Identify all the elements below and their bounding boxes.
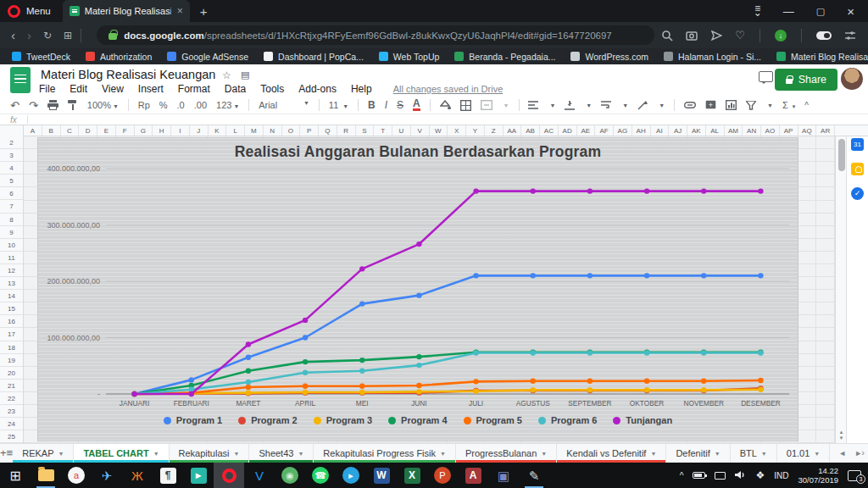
column-header-AM[interactable]: AM [725,125,743,136]
reload-icon[interactable]: ↻ [43,30,52,42]
bookmark-item[interactable]: Google AdSense [167,52,248,62]
move-folder-icon[interactable]: ▤ [241,69,249,80]
column-header-K[interactable]: K [209,125,227,136]
row-header-17[interactable]: 17 [0,328,23,341]
column-header-E[interactable]: E [97,125,116,136]
column-header-M[interactable]: M [245,125,264,136]
sheet-tab-tabel-chart[interactable]: TABEL CHART▼ [74,444,169,463]
column-header-S[interactable]: S [356,125,375,136]
column-header-AE[interactable]: AE [577,125,596,136]
row-header-8[interactable]: 8 [0,214,23,226]
text-color-button[interactable]: A [413,99,420,111]
calendar-icon[interactable]: 31 [851,138,864,151]
send-icon[interactable] [710,30,722,42]
row-header-21[interactable]: 21 [0,380,23,392]
row-header-3[interactable]: 3 [0,149,23,162]
chevron-down-icon[interactable]: ▼ [298,451,303,457]
menu-addons[interactable]: Add-ons [298,83,337,95]
column-header-F[interactable]: F [116,125,135,136]
audio-app-icon[interactable]: a [61,463,92,488]
paint-format-icon[interactable] [68,100,78,110]
bookmark-item[interactable]: Web TopUp [379,52,439,62]
volume-icon[interactable] [735,468,746,483]
url-field[interactable]: docs.google.com/spreadsheets/d/1HXcRtjxg… [97,25,654,45]
text-rotation-icon[interactable] [637,101,648,110]
language-indicator[interactable]: IND [774,471,788,480]
column-header-L[interactable]: L [226,125,245,136]
scrollbar-thumb[interactable] [838,139,845,171]
column-header-P[interactable]: P [300,125,319,136]
xampp-icon[interactable]: Ж [122,463,153,488]
star-icon[interactable]: ☆ [222,69,231,81]
snapshot-icon[interactable] [686,30,698,42]
column-header-C[interactable]: C [61,125,80,136]
excel-icon[interactable]: X [397,463,427,488]
bookmark-item[interactable]: Beranda - Pegadaia... [454,52,555,62]
chart-container[interactable]: Realisasi Anggaran Bulanan Berdasarkan P… [38,138,798,441]
column-header-AH[interactable]: AH [632,125,651,136]
formula-bar[interactable]: fx [0,114,868,125]
column-header-AF[interactable]: AF [595,125,614,136]
bold-button[interactable]: B [368,99,376,111]
row-header-6[interactable]: 6 [0,187,23,200]
idm-extension-icon[interactable]: ↓ [775,30,787,42]
menu-data[interactable]: Data [225,83,246,95]
sheet-tab-kendali-vs-defenitif[interactable]: Kendali vs Defenitif▼ [557,444,666,463]
merge-cells-icon[interactable] [481,100,492,110]
menu-view[interactable]: View [102,83,124,95]
column-header-W[interactable]: W [430,125,448,136]
document-title[interactable]: Materi Blog Realisasi Keuangan [41,68,215,81]
sheet-tab-progressbulanan[interactable]: ProgressBulanan▼ [456,444,557,463]
column-header-AL[interactable]: AL [706,125,725,136]
column-header-X[interactable]: X [448,125,466,136]
paperplane-app-icon[interactable]: ✈ [92,463,122,488]
insert-chart-icon[interactable] [726,100,737,110]
close-button[interactable]: × [847,4,854,19]
tasks-icon[interactable] [851,187,864,200]
tune-icon[interactable] [844,30,856,42]
more-formats-select[interactable]: 123▼ [216,100,239,110]
bookmark-item[interactable]: Materi Blog Realisa... [776,52,868,62]
column-header-AP[interactable]: AP [780,125,798,136]
chevron-down-icon[interactable]: ▼ [233,451,239,457]
undo-icon[interactable]: ↶ [10,99,19,112]
horizontal-align-icon[interactable] [528,101,538,109]
chevron-down-icon[interactable]: ▼ [58,451,64,457]
sheet-tab-rekapitulasi-progress-fisik[interactable]: Rekapitulasi Progress Fisik▼ [314,444,456,463]
all-sheets-button[interactable]: ≡ [7,444,14,463]
battery-icon[interactable] [693,472,705,479]
access-icon[interactable]: A [458,463,488,488]
increase-decimal-button[interactable]: .00 [194,100,207,110]
chevron-down-icon[interactable]: ▼ [761,451,767,457]
add-sheet-button[interactable]: + [0,444,7,463]
column-header-AR[interactable]: AR [816,125,835,136]
row-header-2[interactable]: 2 [0,136,23,149]
column-header-AG[interactable]: AG [614,125,632,136]
strikethrough-button[interactable]: S [397,99,403,111]
filter-icon[interactable] [746,101,756,110]
column-header-AI[interactable]: AI [651,125,670,136]
powerpoint-icon[interactable]: P [427,463,458,488]
bookmark-item[interactable]: TweetDeck [12,52,70,62]
row-header-7[interactable]: 7 [0,200,23,213]
back-icon[interactable]: ‹ [11,28,15,42]
dropbox-icon[interactable]: ❖ [755,469,765,481]
menu-edit[interactable]: Edit [70,83,87,95]
chevron-down-icon[interactable]: ▼ [440,451,446,457]
tab-menu-icon[interactable]: ≡⌄ [754,7,761,15]
row-header-13[interactable]: 13 [0,277,23,290]
bookmark-item[interactable]: Halaman Login - Si... [664,52,761,62]
row-header-11[interactable]: 11 [0,252,23,264]
column-header-AJ[interactable]: AJ [669,125,687,136]
menu-format[interactable]: Format [178,83,210,95]
new-tab-button[interactable]: + [200,4,208,19]
column-header-AC[interactable]: AC [540,125,559,136]
row-header-4[interactable]: 4 [0,162,23,175]
functions-select[interactable]: Σ ▾ [782,100,795,110]
share-button[interactable]: Share [775,69,837,91]
kamus-app-icon[interactable]: ¶ [153,463,183,488]
row-header-19[interactable]: 19 [0,354,23,367]
virtualbox-icon[interactable]: ▣ [488,463,519,488]
browser-tab[interactable]: Materi Blog Realisasi Keuan × [63,0,190,22]
chevron-down-icon[interactable]: ▼ [650,451,656,457]
